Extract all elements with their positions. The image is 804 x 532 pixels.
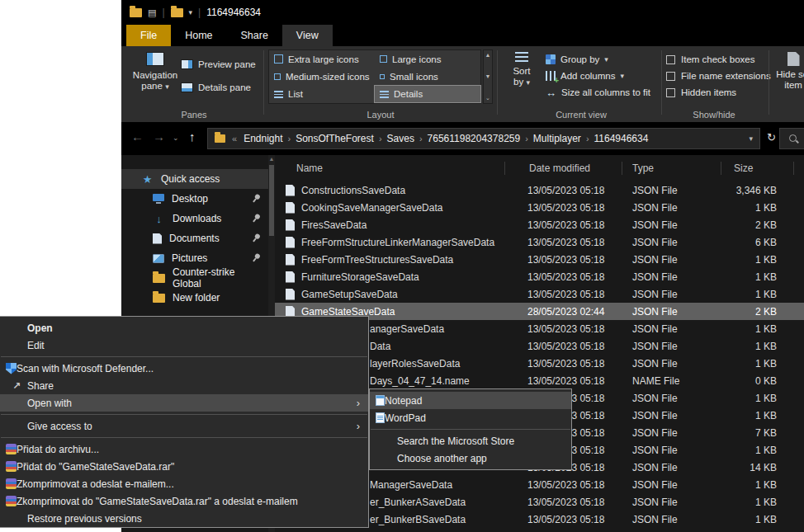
- recent-locations-chevron-icon[interactable]: ⌄: [173, 134, 179, 142]
- breadcrumb-item[interactable]: 1164946634: [594, 133, 649, 144]
- preview-pane-icon: [181, 59, 193, 69]
- file-name: FiresSaveData: [301, 219, 367, 231]
- column-header-size[interactable]: Size: [734, 162, 753, 174]
- menu-item-share[interactable]: Share: [0, 377, 368, 394]
- tab-share[interactable]: Share: [227, 25, 282, 46]
- file-size-cell: 1 KB: [721, 289, 797, 300]
- column-divider[interactable]: [504, 162, 505, 175]
- checkbox-item-check-boxes[interactable]: Item check boxes: [666, 51, 754, 68]
- sidebar-item-new-folder[interactable]: New folder: [121, 288, 268, 308]
- column-header-date-modified[interactable]: Date modified: [529, 162, 590, 174]
- chevron-right-icon[interactable]: ›: [523, 134, 530, 144]
- menu-item-open-with[interactable]: Open with›: [0, 394, 368, 412]
- back-button[interactable]: ←: [131, 129, 144, 144]
- breadcrumb-item[interactable]: Endnight: [244, 133, 282, 144]
- address-dropdown-caret-icon[interactable]: ▾: [749, 134, 753, 143]
- sidebar-item-counter-strike-global[interactable]: Counter-strike Global: [121, 268, 268, 288]
- file-row[interactable]: ConstructionsSaveData13/05/2023 05:18JSO…: [275, 181, 804, 199]
- breadcrumb-overflow-chevron[interactable]: «: [230, 134, 239, 144]
- sidebar-item-downloads[interactable]: Downloads: [121, 209, 268, 228]
- add-columns-button[interactable]: Add columns ▾: [546, 68, 624, 84]
- layout-option-list[interactable]: List: [269, 86, 375, 102]
- new-folder-toolbar-icon[interactable]: [171, 8, 183, 17]
- menu-item-edit[interactable]: Edit: [0, 337, 368, 354]
- menu-item-search-the-microsoft-store[interactable]: Search the Microsoft Store: [370, 432, 571, 450]
- chevron-right-icon[interactable]: ›: [286, 134, 293, 144]
- tab-file[interactable]: File: [126, 25, 171, 46]
- navigation-pane-button[interactable]: Navigation pane ▾: [131, 49, 179, 107]
- menu-item-p-idat-do-archivu[interactable]: Přidat do archivu...: [0, 440, 368, 458]
- scroll-down-icon[interactable]: ▼: [485, 73, 491, 79]
- list-icon: [274, 91, 283, 98]
- layout-option-extra-large-icons[interactable]: Extra large icons: [269, 51, 375, 68]
- layout-option-large-icons[interactable]: Large icons: [375, 51, 480, 68]
- chevron-right-icon[interactable]: ›: [377, 134, 384, 144]
- checkbox-box[interactable]: [666, 72, 675, 81]
- context-menu: OpenEditScan with Microsoft Defender...S…: [0, 316, 369, 528]
- file-row[interactable]: GameSetupSaveData13/05/2023 05:18JSON Fi…: [275, 285, 804, 303]
- hide-selected-items-icon: [787, 52, 800, 66]
- chevron-right-icon[interactable]: ›: [418, 134, 424, 144]
- details-pane-button[interactable]: Details pane: [181, 79, 251, 96]
- breadcrumb[interactable]: « Endnight›SonsOfTheForest›Saves›7656119…: [207, 128, 760, 149]
- checkbox-box[interactable]: [666, 88, 675, 97]
- sidebar-item-pictures[interactable]: Pictures: [121, 248, 268, 268]
- breadcrumb-item[interactable]: Saves: [387, 133, 414, 144]
- tab-view[interactable]: View: [282, 25, 333, 46]
- sort-by-button[interactable]: Sort by ▾: [503, 49, 541, 107]
- file-row[interactable]: CookingSaveManagerSaveData13/05/2023 05:…: [275, 199, 804, 216]
- layout-gallery-scrollbar[interactable]: ▲ ▼ ⌄: [483, 49, 493, 104]
- scrollbar-thumb[interactable]: [269, 165, 274, 236]
- menu-item-wordpad[interactable]: WordPad: [370, 409, 571, 426]
- file-row[interactable]: FreeFormStructureLinkerManagerSaveData13…: [275, 233, 804, 251]
- breadcrumb-item[interactable]: SonsOfTheForest: [296, 133, 374, 144]
- checkbox-hidden-items[interactable]: Hidden items: [666, 84, 736, 101]
- menu-item-notepad[interactable]: Notepad: [370, 392, 571, 409]
- layout-option-medium-sized-icons[interactable]: Medium-sized icons: [269, 68, 375, 85]
- column-divider[interactable]: [793, 162, 794, 175]
- sidebar-item-documents[interactable]: Documents: [121, 228, 268, 248]
- scroll-up-icon[interactable]: ▲: [268, 155, 275, 163]
- menu-item-zkomprimovat-do-gamestatesavedata-rar-a-odeslat-e-mailem[interactable]: Zkomprimovat do "GameStateSaveData.rar" …: [0, 492, 368, 510]
- refresh-icon[interactable]: ↻: [767, 131, 776, 144]
- group-by-button[interactable]: Group by ▾: [546, 51, 608, 68]
- menu-item-give-access-to[interactable]: Give access to›: [0, 417, 368, 435]
- forward-button[interactable]: →: [153, 129, 165, 144]
- preview-pane-button[interactable]: Preview pane: [181, 56, 256, 73]
- file-row[interactable]: FreeFormTreeStructuresSaveData13/05/2023…: [275, 251, 804, 268]
- quick-access-toolbar-caret-icon[interactable]: ▾: [189, 8, 193, 16]
- search-input[interactable]: [779, 128, 804, 149]
- file-row[interactable]: FiresSaveData13/05/2023 05:18JSON File2 …: [275, 216, 804, 233]
- column-header-type[interactable]: Type: [632, 162, 654, 174]
- menu-item-p-idat-do-gamestatesavedata-rar[interactable]: Přidat do "GameStateSaveData.rar": [0, 458, 368, 475]
- hide-selected-items-button[interactable]: Hide sel item: [773, 49, 804, 107]
- size-all-columns-button[interactable]: Size all columns to fit: [546, 84, 650, 101]
- menu-item-restore-previous-versions[interactable]: Restore previous versions: [0, 510, 368, 527]
- column-divider[interactable]: [622, 162, 622, 175]
- menu-item-choose-another-app[interactable]: Choose another app: [370, 450, 571, 467]
- scroll-up-icon[interactable]: ▲: [485, 52, 491, 58]
- column-header-name[interactable]: Name: [296, 162, 323, 174]
- chevron-right-icon[interactable]: ›: [584, 134, 591, 144]
- quick-access-toolbar-icon[interactable]: ▤: [148, 7, 156, 18]
- menu-item-open[interactable]: Open: [0, 319, 368, 337]
- menu-item-scan-with-microsoft-defender[interactable]: Scan with Microsoft Defender...: [0, 360, 368, 377]
- breadcrumb-item[interactable]: Multiplayer: [533, 133, 581, 144]
- sidebar-item-quick-access[interactable]: Quick access: [121, 169, 268, 189]
- menu-item-zkomprimovat-a-odeslat-e-mailem[interactable]: Zkomprimovat a odeslat e-mailem...: [0, 475, 368, 492]
- column-divider[interactable]: [721, 162, 721, 175]
- layout-option-small-icons[interactable]: Small icons: [375, 68, 480, 85]
- layout-option-details[interactable]: Details: [375, 86, 480, 102]
- share-icon: [6, 380, 27, 392]
- up-button[interactable]: ↑: [189, 129, 196, 144]
- size-all-columns-label: Size all columns to fit: [561, 87, 650, 97]
- file-name: FurnitureStorageSaveData: [301, 271, 419, 283]
- checkbox-file-name-extensions[interactable]: File name extensions: [666, 68, 771, 84]
- file-row[interactable]: FurnitureStorageSaveData13/05/2023 05:18…: [275, 268, 804, 285]
- sidebar-item-desktop[interactable]: Desktop: [121, 189, 268, 209]
- gallery-more-icon[interactable]: ⌄: [485, 95, 490, 101]
- tab-home[interactable]: Home: [171, 25, 226, 46]
- checkbox-box[interactable]: [666, 55, 675, 64]
- file-size-cell: 1 KB: [721, 393, 797, 404]
- breadcrumb-item[interactable]: 76561198204378259: [428, 133, 521, 144]
